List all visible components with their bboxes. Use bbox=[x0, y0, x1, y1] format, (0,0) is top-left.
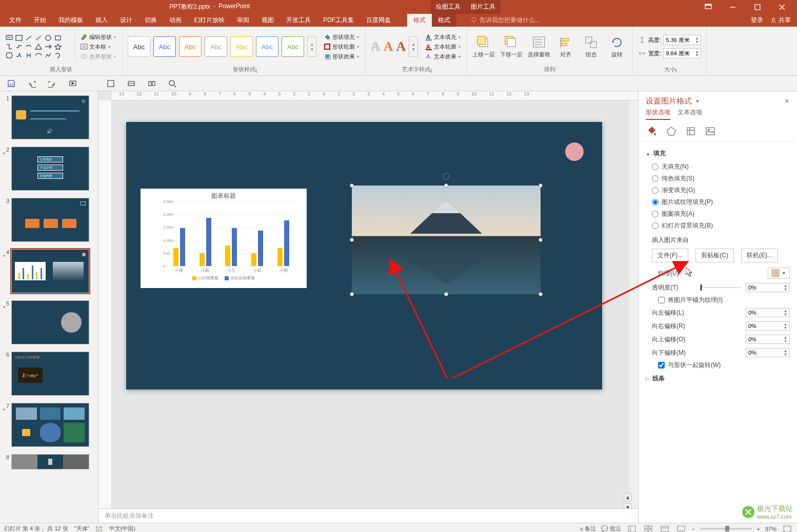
style-gallery-more[interactable]: ▴▾ bbox=[307, 36, 316, 57]
bring-forward-button[interactable]: 上移一层 bbox=[472, 35, 495, 58]
ribbon-display-options-icon[interactable] bbox=[700, 0, 717, 14]
scrollbar-vertical[interactable] bbox=[630, 100, 638, 508]
tab-pdf[interactable]: PDF工具集 bbox=[317, 14, 360, 27]
redo-icon[interactable] bbox=[47, 78, 57, 89]
zoom-in-button[interactable]: + bbox=[757, 526, 760, 532]
fill-and-line-icon[interactable] bbox=[646, 125, 658, 137]
wordart-preset[interactable]: A bbox=[371, 39, 381, 54]
merge-shapes-button[interactable]: 合并形状▾ bbox=[79, 52, 117, 61]
shape-outline-button[interactable]: 形状轮廓▾ bbox=[323, 43, 360, 51]
tab-format-drawing[interactable]: 格式 bbox=[407, 14, 432, 27]
save-icon[interactable] bbox=[6, 78, 16, 89]
wordart-preset[interactable]: A bbox=[396, 39, 406, 54]
rotate-with-shape-checkbox[interactable]: 与形状一起旋转(W) bbox=[652, 359, 790, 371]
size-properties-icon[interactable] bbox=[685, 125, 697, 137]
tab-insert[interactable]: 插入 bbox=[89, 14, 114, 27]
resize-handle[interactable] bbox=[539, 292, 543, 296]
shapes-gallery[interactable] bbox=[5, 34, 71, 59]
style-preset[interactable]: Abc bbox=[153, 36, 176, 57]
picture-icon[interactable] bbox=[704, 125, 716, 137]
slide-thumbnails[interactable]: 1℗🔊 2*公司简介产品介绍其他内容 3 4* 5* 6此处填入你的标题E=mc… bbox=[0, 91, 98, 523]
transparency-input[interactable]: ▲▼ bbox=[746, 283, 790, 292]
minimize-icon[interactable] bbox=[724, 0, 742, 14]
radio-picture-fill[interactable]: 图片或纹理填充(P) bbox=[646, 196, 790, 208]
selected-image[interactable] bbox=[352, 186, 541, 294]
qat-icon[interactable] bbox=[147, 78, 157, 89]
shape-fill-button[interactable]: 形状填充▾ bbox=[323, 33, 360, 42]
reading-view-icon[interactable] bbox=[659, 525, 670, 533]
dialog-launcher-icon[interactable] bbox=[427, 68, 433, 74]
context-tab-picture[interactable]: 图片工具 bbox=[466, 0, 501, 14]
tile-checkbox[interactable]: 将图片平铺为纹理(I) bbox=[652, 294, 790, 306]
prev-slide-button[interactable]: ▲ bbox=[624, 493, 632, 501]
text-outline-button[interactable]: A文本轮廓▾ bbox=[424, 43, 462, 51]
resize-handle[interactable] bbox=[444, 292, 448, 296]
pink-circle-shape[interactable] bbox=[565, 142, 584, 161]
resize-handle[interactable] bbox=[539, 183, 543, 188]
slide-canvas[interactable]: 图表标题 05001,0001,5002,0002,500 小张小杨小王小赵小明… bbox=[126, 122, 602, 390]
resize-handle[interactable] bbox=[350, 238, 354, 242]
login-link[interactable]: 登录 bbox=[751, 16, 763, 25]
tab-transitions[interactable]: 切换 bbox=[138, 14, 163, 27]
fit-to-window-icon[interactable] bbox=[782, 525, 793, 533]
start-from-beginning-icon[interactable] bbox=[68, 78, 78, 89]
rotate-button[interactable]: 旋转 bbox=[607, 35, 627, 58]
radio-pattern-fill[interactable]: 图案填充(A) bbox=[646, 208, 790, 220]
effects-icon[interactable] bbox=[665, 125, 678, 137]
radio-gradient-fill[interactable]: 渐变填充(G) bbox=[646, 185, 790, 196]
tab-developer[interactable]: 开发工具 bbox=[280, 14, 317, 27]
style-preset[interactable]: Abc bbox=[205, 36, 227, 57]
file-button[interactable]: 文件(F)... bbox=[652, 249, 688, 262]
style-preset[interactable]: Abc bbox=[256, 36, 278, 57]
thumbnail-slide[interactable] bbox=[11, 198, 89, 242]
align-button[interactable]: 对齐 bbox=[555, 35, 576, 58]
pane-close-icon[interactable]: ✕ bbox=[784, 97, 790, 105]
tab-format-picture[interactable]: 格式 bbox=[432, 14, 456, 27]
notes-toggle[interactable]: ≡ 备注 bbox=[580, 525, 596, 532]
text-effects-button[interactable]: A文本效果▾ bbox=[424, 52, 462, 61]
thumbnail-slide[interactable]: 此处填入你的标题E=mc² bbox=[11, 352, 89, 396]
pane-tab-text-options[interactable]: 文本选项 bbox=[678, 108, 702, 120]
maximize-icon[interactable] bbox=[749, 0, 766, 14]
tab-animations[interactable]: 动画 bbox=[163, 14, 188, 27]
thumbnail-slide[interactable] bbox=[11, 403, 89, 447]
chart-object[interactable]: 图表标题 05001,0001,5002,0002,500 小张小杨小王小赵小明… bbox=[141, 189, 307, 288]
close-icon[interactable] bbox=[773, 0, 791, 14]
width-input[interactable]: ▲▼ bbox=[663, 48, 701, 58]
edit-shape-button[interactable]: 编辑形状▾ bbox=[79, 33, 117, 42]
tab-file[interactable]: 文件 bbox=[3, 14, 28, 27]
rotate-handle-icon[interactable] bbox=[442, 172, 450, 180]
tab-slideshow[interactable]: 幻灯片放映 bbox=[188, 14, 231, 27]
notes-pane[interactable]: 单击此处添加备注 bbox=[98, 508, 638, 523]
radio-no-fill[interactable]: 无填充(N) bbox=[646, 161, 790, 173]
zoom-out-button[interactable]: − bbox=[692, 526, 695, 532]
resize-handle[interactable] bbox=[350, 183, 354, 188]
share-button[interactable]: 共享 bbox=[770, 16, 791, 25]
tab-home[interactable]: 开始 bbox=[28, 14, 52, 27]
height-input[interactable]: ▲▼ bbox=[663, 35, 701, 45]
slide-editor[interactable]: 13121110987654321012345678910111213 图表标题… bbox=[98, 91, 638, 523]
tab-design[interactable]: 设计 bbox=[114, 14, 138, 27]
pane-tab-shape-options[interactable]: 形状选项 bbox=[646, 108, 670, 120]
group-button[interactable]: 组合 bbox=[581, 35, 602, 58]
undo-icon[interactable] bbox=[27, 78, 37, 89]
transparency-slider[interactable] bbox=[700, 287, 742, 288]
tab-baidu[interactable]: 百度网盘 bbox=[360, 14, 397, 27]
dialog-launcher-icon[interactable] bbox=[252, 68, 258, 74]
thumbnail-slide-current[interactable] bbox=[11, 249, 89, 293]
section-fill[interactable]: ▲填充 bbox=[646, 146, 790, 161]
selection-pane-button[interactable]: 选择窗格 bbox=[528, 35, 550, 58]
textbox-button[interactable]: A文本框▾ bbox=[79, 43, 117, 51]
qat-icon[interactable] bbox=[106, 78, 116, 89]
thumbnail-slide[interactable] bbox=[11, 454, 89, 469]
style-preset[interactable]: Abc bbox=[179, 36, 202, 57]
radio-slide-bg-fill[interactable]: 幻灯片背景填充(B) bbox=[646, 220, 790, 232]
tab-templates[interactable]: 我的模板 bbox=[52, 14, 89, 27]
context-tab-drawing[interactable]: 绘图工具 bbox=[431, 0, 466, 14]
text-fill-button[interactable]: A文本填充▾ bbox=[424, 33, 462, 42]
online-button[interactable]: 联机(E)... bbox=[741, 249, 778, 262]
wordart-gallery-more[interactable]: ▴▾ bbox=[409, 36, 418, 57]
sorter-view-icon[interactable] bbox=[643, 525, 654, 533]
tab-review[interactable]: 审阅 bbox=[231, 14, 255, 27]
spellcheck-icon[interactable] bbox=[96, 525, 103, 533]
